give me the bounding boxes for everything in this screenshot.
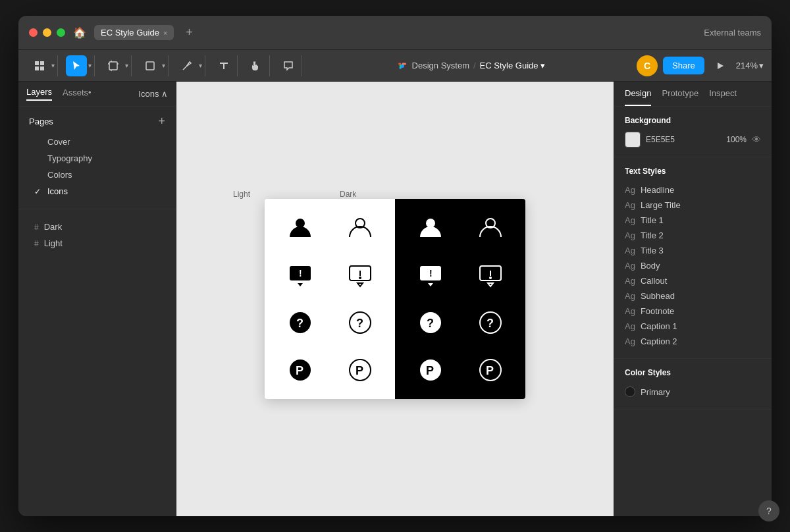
toolbar-actions: C Share 214% ▾ [637,55,764,76]
text-tool-button[interactable] [213,55,234,76]
tool-group-frame: ▾ [100,55,132,76]
ag-icon-title1: Ag [625,215,635,225]
background-section: Background E5E5E5 100% 👁 [614,107,772,157]
svg-text:P: P [426,364,434,377]
pen-caret[interactable]: ▾ [199,62,202,69]
breadcrumb-separator: / [473,61,476,70]
share-button[interactable]: Share [663,57,704,74]
cursor-caret[interactable]: ▾ [88,62,92,69]
question-filled-dark: ? [415,307,446,338]
style-name-body: Body [641,261,660,271]
dark-label: Dark [340,190,356,199]
shape-tool-button[interactable] [140,55,161,76]
style-large-title[interactable]: Ag Large Title [625,198,761,213]
layer-light[interactable]: # Light [29,235,165,252]
p-filled-light: P [284,354,316,386]
tab-inspect[interactable]: Inspect [709,82,737,106]
style-body[interactable]: Ag Body [625,258,761,273]
zoom-level[interactable]: 214% ▾ [736,61,764,70]
background-opacity: 100% [726,135,747,144]
tab-layers[interactable]: Layers [26,87,52,101]
home-icon[interactable]: 🏠 [73,26,86,40]
style-subhead[interactable]: Ag Subhead [625,288,761,304]
page-item-colors[interactable]: Colors [29,167,165,183]
text-styles-title: Text Styles [625,167,761,176]
ag-icon-title3: Ag [625,246,635,255]
page-item-cover[interactable]: Cover [29,134,165,150]
frame-tool-button[interactable] [103,55,124,76]
dark-section: ! ? [395,199,525,399]
svg-text:!: ! [299,268,302,279]
layer-dark[interactable]: # Dark [29,219,165,235]
ag-icon-caption1: Ag [625,321,635,331]
close-button[interactable] [29,28,38,37]
external-teams-label: External teams [704,28,761,38]
style-name-caption1: Caption 1 [641,321,677,331]
add-page-button[interactable]: + [158,115,165,128]
tool-group-pen: ▾ [174,55,205,76]
layers-section: # Dark # Light [18,215,176,255]
cursor-tool-button[interactable] [66,55,87,76]
app-window: 🏠 EC Style Guide × + External teams ▾ ▾ [18,16,772,516]
page-item-icons[interactable]: ✓ Icons [29,183,165,200]
toolbar: ▾ ▾ ▾ ▾ [18,50,772,82]
background-hex: E5E5E5 [646,135,721,144]
tab-assets[interactable]: Assets• [63,88,92,100]
style-title3[interactable]: Ag Title 3 [625,243,761,258]
background-title: Background [625,116,761,125]
help-button[interactable]: ? [758,500,772,516]
pen-tool-button[interactable] [176,55,198,76]
svg-point-31 [490,277,491,279]
maximize-button[interactable] [57,28,65,37]
pages-section: Pages + Cover Typography Colors ✓ [18,107,176,203]
background-swatch[interactable] [625,132,641,147]
svg-text:?: ? [427,317,434,330]
new-tab-button[interactable]: + [182,26,197,40]
style-caption2[interactable]: Ag Caption 2 [625,334,761,349]
tool-group-comment [275,55,302,76]
minimize-button[interactable] [43,28,51,37]
pages-title: Pages [29,117,53,126]
color-primary[interactable]: Primary [625,384,761,400]
primary-color-swatch [625,386,635,397]
grid-tool-caret[interactable]: ▾ [51,62,55,69]
breadcrumb-file[interactable]: EC Style Guide ▾ [480,61,546,70]
style-caption1[interactable]: Ag Caption 1 [625,319,761,334]
style-callout[interactable]: Ag Callout [625,273,761,288]
comment-tool-button[interactable] [278,55,299,76]
window-controls [29,28,65,37]
page-item-typography[interactable]: Typography [29,150,165,167]
svg-point-10 [296,219,305,228]
style-title1[interactable]: Ag Title 1 [625,213,761,228]
style-headline[interactable]: Ag Headline [625,182,761,198]
hand-tool-button[interactable] [246,55,267,76]
tab-icons[interactable]: Icons ∧ [138,89,168,99]
avatar: C [637,55,658,76]
person-outline-dark [475,212,506,244]
visibility-icon[interactable]: 👁 [752,134,761,145]
svg-text:?: ? [356,317,363,330]
tool-group-cursor: ▾ [63,55,95,76]
ag-icon-subhead: Ag [625,291,635,301]
style-footnote[interactable]: Ag Footnote [625,304,761,319]
person-outline-light [344,212,376,244]
left-panel: Layers Assets• Icons ∧ Pages + Cover Typ… [18,82,176,516]
tool-group-grid: ▾ [26,55,58,76]
grid-tool-button[interactable] [29,55,50,76]
svg-point-16 [359,277,361,279]
canvas-area[interactable]: Light Dark [176,82,614,516]
style-title2[interactable]: Ag Title 2 [625,228,761,243]
tab-close-button[interactable]: × [163,29,167,37]
tab-design[interactable]: Design [625,82,651,106]
text-styles-section: Text Styles Ag Headline Ag Large Title A… [614,157,772,359]
shape-caret[interactable]: ▾ [162,62,165,69]
tab-label: EC Style Guide [101,28,159,38]
ag-icon-title2: Ag [625,230,635,240]
light-section: ! ? [265,199,395,399]
alert-filled-dark: ! [415,259,446,291]
frame-caret[interactable]: ▾ [125,62,128,69]
person-filled-dark [415,212,446,244]
active-tab[interactable]: EC Style Guide × [94,25,174,40]
present-button[interactable] [710,55,731,76]
tab-prototype[interactable]: Prototype [662,82,698,106]
